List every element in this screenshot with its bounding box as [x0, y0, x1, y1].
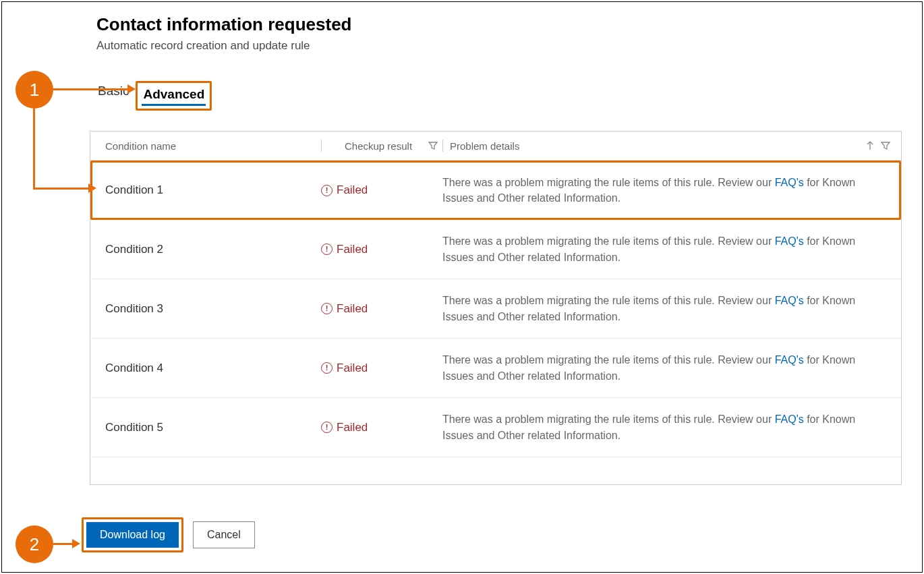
result-status-text: Failed	[337, 243, 368, 256]
result-status-text: Failed	[337, 302, 368, 316]
error-icon: !	[321, 422, 333, 433]
tab-advanced[interactable]: Advanced	[142, 84, 206, 107]
problem-details-cell: There was a problem migrating the rule i…	[442, 175, 894, 206]
checkup-result-cell: !Failed	[321, 362, 442, 375]
problem-details-cell: There was a problem migrating the rule i…	[442, 411, 894, 442]
column-separator	[321, 140, 322, 152]
highlight-box-tab: Advanced	[136, 81, 212, 111]
callout-arrow-head	[88, 183, 96, 193]
column-header-result[interactable]: Checkup result	[345, 140, 412, 152]
tab-bar: Basic Advanced	[2, 81, 922, 111]
filter-icon[interactable]	[428, 141, 438, 150]
table-row[interactable]: Condition 5!FailedThere was a problem mi…	[90, 398, 901, 457]
problem-details-cell: There was a problem migrating the rule i…	[442, 293, 894, 324]
callout-badge-1: 1	[16, 71, 53, 109]
problem-details-cell: There was a problem migrating the rule i…	[442, 233, 894, 264]
faq-link[interactable]: FAQ's	[775, 413, 804, 425]
checkup-result-cell: !Failed	[321, 302, 442, 316]
result-status-text: Failed	[337, 421, 368, 434]
callout-badge-2: 2	[16, 525, 53, 563]
problem-details-cell: There was a problem migrating the rule i…	[442, 352, 894, 383]
column-separator	[442, 140, 443, 152]
tab-advanced-label: Advanced	[143, 87, 204, 101]
page-header: Contact information requested Automatic …	[2, 9, 922, 53]
tab-active-underline	[142, 104, 206, 106]
results-grid: Condition name Checkup result Problem de…	[90, 131, 902, 485]
checkup-result-cell: !Failed	[321, 183, 442, 197]
faq-link[interactable]: FAQ's	[775, 235, 804, 247]
table-row[interactable]: Condition 1!FailedThere was a problem mi…	[90, 161, 901, 220]
callout-arrow	[33, 109, 35, 190]
condition-name-cell: Condition 5	[105, 421, 321, 434]
action-bar: Download log Cancel	[2, 517, 922, 552]
error-icon: !	[321, 362, 333, 374]
condition-name-cell: Condition 1	[105, 183, 321, 197]
filter-icon[interactable]	[881, 141, 890, 150]
grid-empty-space	[90, 457, 901, 484]
page-title: Contact information requested	[96, 14, 922, 35]
table-row[interactable]: Condition 4!FailedThere was a problem mi…	[90, 339, 901, 398]
tab-basic[interactable]: Basic	[96, 81, 130, 104]
grid-header-row: Condition name Checkup result Problem de…	[90, 132, 901, 161]
faq-link[interactable]: FAQ's	[775, 177, 804, 188]
table-row[interactable]: Condition 3!FailedThere was a problem mi…	[90, 279, 901, 339]
result-status-text: Failed	[337, 183, 368, 197]
callout-arrow-head	[127, 84, 136, 94]
condition-name-cell: Condition 3	[105, 302, 321, 316]
condition-name-cell: Condition 2	[105, 243, 321, 256]
result-status-text: Failed	[337, 362, 368, 375]
callout-arrow	[33, 188, 91, 190]
checkup-result-cell: !Failed	[321, 243, 442, 256]
faq-link[interactable]: FAQ's	[775, 354, 804, 366]
error-icon: !	[321, 185, 333, 196]
error-icon: !	[321, 243, 333, 255]
sort-up-icon[interactable]	[866, 140, 874, 151]
cancel-button[interactable]: Cancel	[193, 521, 255, 548]
column-header-condition[interactable]: Condition name	[105, 140, 321, 152]
faq-link[interactable]: FAQ's	[775, 295, 804, 306]
condition-name-cell: Condition 4	[105, 362, 321, 375]
page-subtitle: Automatic record creation and update rul…	[96, 39, 922, 53]
callout-arrow-head	[72, 539, 80, 548]
callout-arrow	[53, 88, 130, 90]
table-row[interactable]: Condition 2!FailedThere was a problem mi…	[90, 220, 901, 279]
column-header-details[interactable]: Problem details	[450, 140, 866, 152]
grid-body: Condition 1!FailedThere was a problem mi…	[90, 161, 901, 457]
highlight-box-download: Download log	[82, 517, 183, 552]
download-log-button[interactable]: Download log	[86, 522, 179, 548]
error-icon: !	[321, 303, 333, 314]
checkup-result-cell: !Failed	[321, 421, 442, 434]
